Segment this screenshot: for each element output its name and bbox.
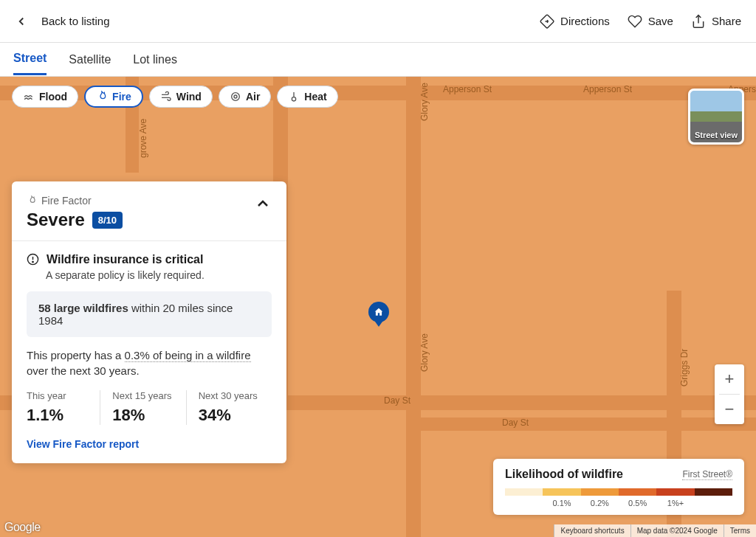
map-canvas[interactable]: Apperson St Apperson St Apperson St Glor…: [0, 77, 756, 537]
svg-point-7: [32, 261, 33, 262]
stat-label: Next 15 years: [112, 390, 173, 401]
share-icon: [691, 14, 706, 29]
factor-label: Fire Factor: [27, 195, 123, 207]
property-marker[interactable]: [368, 302, 389, 322]
legend-stop: 0.1%: [543, 499, 580, 507]
road-label: grove Ave: [138, 119, 148, 158]
chip-label: Heat: [304, 91, 326, 103]
chip-label: Air: [246, 91, 260, 103]
legend-stop: 0.2%: [581, 499, 619, 507]
tab-lot-lines[interactable]: Lot lines: [133, 45, 177, 75]
header-actions: Directions Save Share: [540, 14, 741, 29]
wind-icon: [160, 91, 172, 103]
severity-text: Severe: [27, 209, 85, 230]
hazard-chips: Flood Fire Wind Air Heat: [12, 86, 338, 108]
save-button[interactable]: Save: [628, 14, 673, 29]
tab-street[interactable]: Street: [13, 44, 47, 75]
chip-label: Fire: [112, 91, 131, 103]
home-icon: [374, 307, 384, 317]
map-attribution: Keyboard shortcuts Map data ©2024 Google…: [554, 524, 756, 537]
panel-body: Wildfire insurance is critical A separat…: [12, 241, 286, 463]
panel-header: Fire Factor Severe 8/10: [12, 181, 286, 240]
insurance-row: Wildfire insurance is critical: [27, 253, 272, 266]
fire-factor-panel: Fire Factor Severe 8/10 Wildfire insuran…: [12, 181, 286, 463]
legend-stop: 1%+: [656, 499, 694, 507]
prob-value[interactable]: 0.3% of being in a wildfire: [125, 349, 251, 362]
probability-text: This property has a 0.3% of being in a w…: [27, 347, 272, 378]
stat-label: This year: [27, 390, 88, 401]
legend-card: Likelihood of wildfire First Street® 0.1…: [493, 459, 744, 515]
view-tabs: Street Satellite Lot lines: [0, 43, 756, 77]
svg-point-4: [292, 97, 296, 101]
road: [406, 418, 756, 431]
save-label: Save: [648, 15, 673, 27]
history-box: 58 large wildfires within 20 miles since…: [27, 291, 272, 337]
share-button[interactable]: Share: [691, 14, 741, 29]
stat-next-15: Next 15 years 18%: [100, 390, 185, 425]
terms-link[interactable]: Terms: [724, 524, 756, 537]
fire-icon: [27, 195, 37, 206]
directions-icon: [540, 14, 554, 29]
alert-icon: [27, 253, 39, 266]
svg-point-3: [232, 93, 240, 101]
google-logo: Google: [4, 521, 41, 534]
legend-labels: 0.1% 0.2% 0.5% 1%+: [505, 499, 732, 507]
chip-wind[interactable]: Wind: [149, 86, 213, 108]
chip-flood[interactable]: Flood: [12, 86, 78, 108]
legend-gradient: [505, 488, 732, 496]
map-data-label: Map data ©2024 Google: [630, 524, 724, 537]
directions-button[interactable]: Directions: [540, 14, 610, 29]
back-label: Back to listing: [41, 15, 110, 27]
road-label: Griggs Dr: [679, 349, 690, 387]
insurance-sub: A separate policy is likely required.: [46, 269, 272, 281]
stat-value: 18%: [112, 406, 173, 425]
road-label: Day St: [502, 418, 529, 428]
stat-value: 34%: [199, 406, 260, 425]
prob-post: over the next 30 years.: [27, 364, 140, 377]
chip-label: Wind: [176, 91, 202, 103]
road-label: Apperson St: [443, 84, 492, 94]
chip-heat[interactable]: Heat: [277, 86, 337, 108]
score-badge: 8/10: [92, 212, 123, 229]
collapse-toggle[interactable]: [254, 195, 272, 212]
flood-icon: [23, 91, 35, 103]
chip-fire[interactable]: Fire: [84, 86, 143, 108]
zoom-out-button[interactable]: −: [715, 395, 744, 424]
chip-air[interactable]: Air: [219, 86, 271, 108]
stat-value: 1.1%: [27, 406, 88, 425]
share-label: Share: [712, 15, 741, 27]
air-icon: [230, 91, 241, 103]
back-to-listing[interactable]: Back to listing: [15, 15, 110, 28]
prob-pre: This property has a: [27, 349, 125, 361]
street-view-thumbnail[interactable]: Street view: [688, 89, 744, 145]
directions-label: Directions: [560, 15, 610, 27]
heat-icon: [288, 91, 300, 103]
legend-source[interactable]: First Street®: [682, 469, 732, 480]
zoom-in-button[interactable]: +: [715, 364, 744, 394]
legend-title: Likelihood of wildfire: [505, 468, 623, 481]
road-label: Apperson St: [583, 84, 632, 94]
legend-stop: 0.5%: [619, 499, 656, 507]
road-label: Glory Ave: [419, 333, 430, 372]
road-label: Glory Ave: [419, 83, 430, 121]
stat-label: Next 30 years: [199, 390, 260, 401]
chip-label: Flood: [39, 91, 67, 103]
stats-row: This year 1.1% Next 15 years 18% Next 30…: [27, 390, 272, 425]
keyboard-shortcuts-link[interactable]: Keyboard shortcuts: [554, 524, 630, 537]
heart-icon: [628, 14, 642, 29]
road-label: Day St: [384, 395, 410, 406]
history-count: 58 large wildfires: [38, 302, 128, 314]
factor-label-text: Fire Factor: [41, 195, 92, 207]
header: Back to listing Directions Save Share: [0, 0, 756, 43]
svg-point-2: [234, 95, 237, 98]
zoom-controls: + −: [715, 364, 744, 424]
insurance-title: Wildfire insurance is critical: [47, 253, 203, 266]
view-report-link[interactable]: View Fire Factor report: [27, 438, 272, 450]
road: [406, 77, 421, 537]
stat-this-year: This year 1.1%: [27, 390, 100, 425]
stat-next-30: Next 30 years 34%: [186, 390, 272, 425]
tab-satellite[interactable]: Satellite: [69, 45, 111, 75]
chevron-left-icon: [15, 15, 28, 28]
street-view-label: Street view: [695, 131, 738, 142]
fire-icon: [96, 91, 108, 103]
